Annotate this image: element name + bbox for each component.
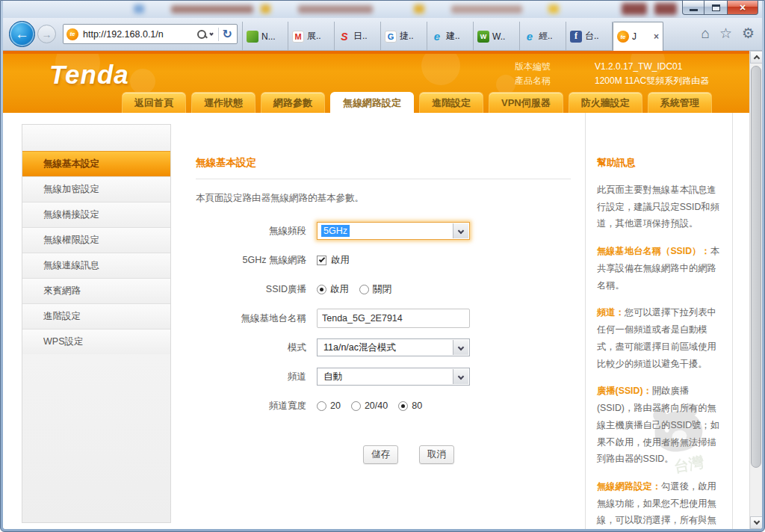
bandwidth-2040-label: 20/40 <box>365 400 388 411</box>
sidebar-item-advanced[interactable]: 進階設定 <box>22 303 170 329</box>
browser-tab-1[interactable]: N... <box>242 22 288 51</box>
browser-tab-5[interactable]: e 建.. <box>427 22 474 51</box>
enable-5g-checkbox[interactable] <box>317 256 326 265</box>
address-dropdown-icon[interactable] <box>209 31 214 36</box>
chevron-down-icon <box>753 519 759 525</box>
sidebar-item-wireless-bridge[interactable]: 無線橋接設定 <box>22 202 170 227</box>
sidebar-item-wireless-clients[interactable]: 無線連線訊息 <box>22 253 170 278</box>
chevron-up-icon <box>753 55 759 61</box>
field-row-channel: 頻道 自動 <box>196 367 571 386</box>
ie-icon: e <box>524 31 536 43</box>
scrollbar-thumb[interactable] <box>751 66 761 468</box>
tab-close-icon[interactable]: × <box>654 31 659 42</box>
band-label: 無線頻段 <box>196 225 306 238</box>
separator <box>218 28 219 41</box>
address-bar[interactable]: te http://192.168.0.1/n ↻ <box>63 24 238 44</box>
ssid-input[interactable] <box>317 309 470 328</box>
background-blob <box>298 5 373 13</box>
sidebar-item-guest-network[interactable]: 來賓網路 <box>22 278 170 303</box>
tab-label: 經.. <box>539 30 553 43</box>
nav-tab-status[interactable]: 運作狀態 <box>191 92 255 113</box>
background-blob <box>261 4 270 13</box>
help-panel: 幫助訊息 此頁面主要對無線基本訊息進行設定，建議只設定SSID和頻道，其他選項保… <box>585 113 733 529</box>
bandwidth-20-radio[interactable] <box>317 401 326 411</box>
field-row-bandwidth: 頻道寬度 20 20/40 80 <box>196 396 571 415</box>
green-app-icon <box>247 31 258 43</box>
close-button[interactable]: × <box>727 1 758 15</box>
channel-select-value: 自動 <box>321 370 344 384</box>
sidebar-item-wireless-basic[interactable]: 無線基本設定 <box>22 151 170 176</box>
forward-button[interactable]: → <box>37 25 56 43</box>
select-dropdown-button[interactable] <box>453 223 468 238</box>
tenda-icon: te <box>617 31 629 43</box>
browser-tab-active[interactable]: te J × <box>613 22 663 51</box>
sidebar: 無線基本設定 無線加密設定 無線橋接設定 無線權限設定 無線連線訊息 來賓網路 … <box>22 124 171 523</box>
browser-tab-6[interactable]: W W.. <box>474 22 520 51</box>
band-select[interactable]: 5GHz <box>317 222 470 240</box>
tab-label: 日.. <box>353 30 368 43</box>
minimize-button[interactable] <box>682 1 704 15</box>
nav-tab-home[interactable]: 返回首頁 <box>122 92 186 113</box>
page-viewport: Tenda 版本編號 V1.2.0.17_TW_IDC01 產品名稱 1200M… <box>3 51 762 529</box>
broadcast-enable-radio[interactable] <box>317 285 326 294</box>
nav-tab-wireless[interactable]: 無線網路設定 <box>330 92 414 113</box>
field-row-ssid: 無線基地台名稱 <box>196 309 571 328</box>
maximize-button[interactable] <box>704 1 727 15</box>
nav-tab-advanced[interactable]: 進階設定 <box>419 92 483 113</box>
button-row: 儲存 取消 <box>196 445 571 464</box>
main-panel: 無線基本設定 本頁面設定路由器無線網路的基本參數。 無線頻段 5GHz 5GHz… <box>173 113 586 529</box>
channel-select[interactable]: 自動 <box>317 368 470 386</box>
browser-tab-4[interactable]: G 捷.. <box>381 22 427 51</box>
nav-tab-firewall[interactable]: 防火牆設定 <box>569 92 642 113</box>
save-button[interactable]: 儲存 <box>363 445 398 464</box>
sidebar-item-wps[interactable]: WPS設定 <box>22 329 170 354</box>
broadcast-enable-label: 啟用 <box>330 283 349 296</box>
blue-g-icon: G <box>385 31 397 43</box>
sidebar-item-wireless-access[interactable]: 無線權限設定 <box>22 227 170 253</box>
help-paragraph: 無線網路設定：勾選後，啟用無線功能，如果您不想使用無線，可以取消選擇，所有與無線… <box>597 478 722 529</box>
select-dropdown-button[interactable] <box>453 340 468 355</box>
background-blob <box>171 5 253 13</box>
select-dropdown-button[interactable] <box>453 369 468 384</box>
background-blob <box>622 3 647 15</box>
bandwidth-80-radio[interactable] <box>398 401 408 411</box>
cancel-button[interactable]: 取消 <box>419 445 454 464</box>
search-icon[interactable] <box>196 29 207 40</box>
url-text[interactable]: http://192.168.0.1/n <box>83 29 195 40</box>
browser-tab-3[interactable]: S 日.. <box>335 22 381 51</box>
vertical-scrollbar[interactable] <box>749 51 762 529</box>
chevron-down-icon <box>458 374 464 380</box>
bandwidth-2040-radio[interactable] <box>351 401 361 411</box>
back-arrow-icon: ← <box>15 27 29 41</box>
tab-label: 台.. <box>585 30 599 43</box>
favorites-star-icon[interactable]: ☆ <box>719 25 732 42</box>
field-row-mode: 模式 11a/n/ac混合模式 <box>196 338 571 357</box>
sidebar-item-wireless-security[interactable]: 無線加密設定 <box>22 176 170 202</box>
ssid-broadcast-label: SSID廣播 <box>196 283 306 296</box>
help-title: 幫助訊息 <box>597 156 722 170</box>
version-info: 版本編號 V1.2.0.17_TW_IDC01 產品名稱 1200M 11AC雙… <box>515 60 725 88</box>
browser-tab-2[interactable]: M 展.. <box>288 22 335 51</box>
settings-gear-icon[interactable]: ⚙ <box>742 25 755 42</box>
mode-select-value: 11a/n/ac混合模式 <box>321 341 398 355</box>
back-button[interactable]: ← <box>9 21 35 47</box>
close-icon: × <box>740 1 746 13</box>
content-area: 無線基本設定 無線加密設定 無線橋接設定 無線權限設定 無線連線訊息 來賓網路 … <box>3 113 749 529</box>
browser-tab-8[interactable]: f 台.. <box>566 22 613 51</box>
browser-tab-7[interactable]: e 經.. <box>520 22 566 51</box>
router-page: Tenda 版本編號 V1.2.0.17_TW_IDC01 產品名稱 1200M… <box>3 51 749 529</box>
nav-tab-vpn[interactable]: VPN伺服器 <box>489 92 563 113</box>
broadcast-disable-radio[interactable] <box>359 285 369 294</box>
background-blob <box>414 4 424 13</box>
facebook-icon: f <box>570 31 582 43</box>
red-s-icon: S <box>338 31 350 43</box>
mode-select[interactable]: 11a/n/ac混合模式 <box>317 338 470 356</box>
minimize-icon <box>690 9 698 11</box>
nav-tab-network[interactable]: 網路參數 <box>261 92 325 113</box>
scroll-down-button[interactable] <box>750 516 762 529</box>
bandwidth-label: 頻道寬度 <box>196 400 306 412</box>
scroll-up-button[interactable] <box>750 51 762 64</box>
home-icon[interactable]: ⌂ <box>701 25 709 42</box>
nav-tab-system[interactable]: 系統管理 <box>648 92 712 113</box>
refresh-icon[interactable]: ↻ <box>223 28 232 40</box>
